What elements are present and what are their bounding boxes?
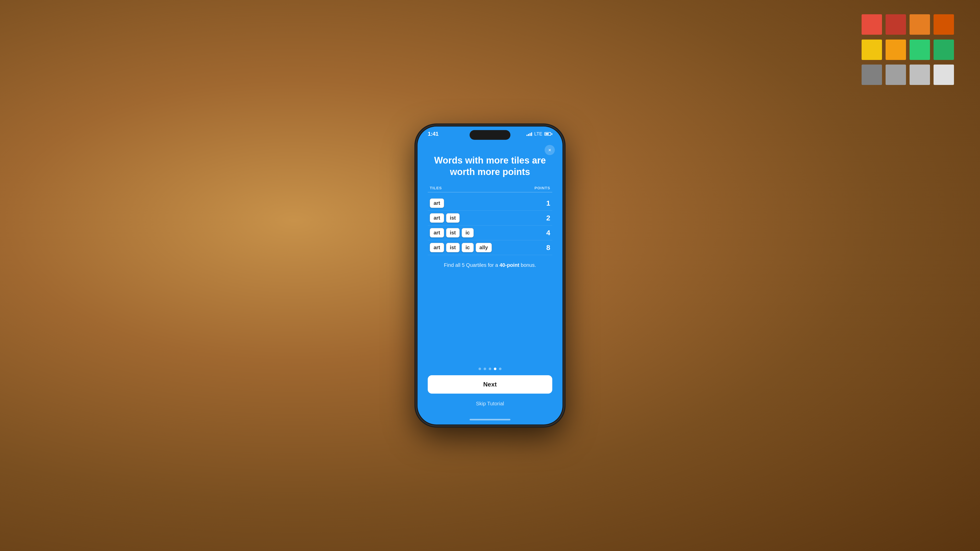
swatch-dark-yellow [886, 40, 906, 60]
swatch-gray2 [886, 65, 906, 85]
battery-tip [552, 133, 552, 135]
score-row-4: art ist ic ally 8 [428, 240, 552, 255]
table-divider [428, 192, 552, 192]
phone-screen: 1:41 LTE × [417, 127, 563, 424]
bonus-text: Find all 5 Quartiles for a 40-point bonu… [428, 261, 552, 269]
tile-art-2: art [430, 213, 444, 223]
header-points-label: POINTS [535, 186, 550, 190]
battery-icon [544, 132, 552, 136]
points-3: 4 [540, 229, 550, 237]
swatch-dark-orange [934, 14, 954, 35]
tile-ist-3: ist [446, 228, 460, 238]
pagination-dots [428, 368, 552, 370]
tile-art-3: art [430, 228, 444, 238]
battery-body [544, 132, 551, 136]
phone-device: 1:41 LTE × [416, 125, 564, 426]
score-row-3: art ist ic 4 [428, 225, 552, 240]
swatch-orange [910, 14, 930, 35]
dot-2 [484, 368, 486, 370]
tile-ally-4: ally [476, 243, 492, 252]
score-row-2: art ist 2 [428, 211, 552, 225]
tile-ist-2: ist [446, 213, 460, 223]
tile-ic-3: ic [462, 228, 474, 238]
main-title: Words with more tiles are worth more poi… [428, 155, 552, 178]
score-row-1: art 1 [428, 196, 552, 211]
swatch-dark-green [934, 40, 954, 60]
color-palette [858, 10, 959, 92]
table-header: TILES POINTS [428, 186, 552, 190]
flex-spacer [428, 269, 552, 368]
dot-3 [489, 368, 491, 370]
bonus-suffix: bonus. [519, 262, 536, 268]
home-indicator [469, 419, 511, 421]
next-button[interactable]: Next [428, 375, 552, 394]
dot-4-active [494, 368, 496, 370]
tile-art-1: art [430, 198, 444, 208]
swatch-yellow [862, 40, 882, 60]
close-icon: × [548, 148, 551, 152]
header-tiles-label: TILES [430, 186, 442, 190]
lte-label: LTE [534, 131, 542, 137]
signal-icon [527, 132, 532, 136]
phone-wrapper: 1:41 LTE × [416, 125, 564, 426]
tiles-group-1: art [430, 198, 444, 208]
tile-art-4: art [430, 243, 444, 252]
status-icons: LTE [527, 131, 552, 137]
points-2: 2 [540, 214, 550, 222]
swatch-gray3 [910, 65, 930, 85]
scoring-table: TILES POINTS art 1 art [428, 186, 552, 255]
battery-fill [546, 133, 549, 135]
skip-tutorial-button[interactable]: Skip Tutorial [428, 399, 552, 409]
tile-ic-4: ic [462, 243, 474, 252]
bonus-highlight: 40-point [500, 262, 519, 268]
swatch-dark-red [886, 14, 906, 35]
status-time: 1:41 [428, 130, 438, 137]
points-1: 1 [540, 199, 550, 207]
dot-5 [499, 368, 501, 370]
points-4: 8 [540, 244, 550, 252]
tile-ist-4: ist [446, 243, 460, 252]
tiles-group-4: art ist ic ally [430, 243, 492, 252]
swatch-gray1 [862, 65, 882, 85]
tiles-group-3: art ist ic [430, 228, 474, 238]
swatch-red [862, 14, 882, 35]
bonus-prefix: Find all 5 Quartiles for a [444, 262, 500, 268]
tiles-group-2: art ist [430, 213, 460, 223]
close-button[interactable]: × [545, 145, 555, 155]
swatch-gray4 [934, 65, 954, 85]
dynamic-island [469, 130, 511, 140]
dot-1 [479, 368, 481, 370]
phone-content: Words with more tiles are worth more poi… [417, 139, 563, 416]
swatch-green [910, 40, 930, 60]
